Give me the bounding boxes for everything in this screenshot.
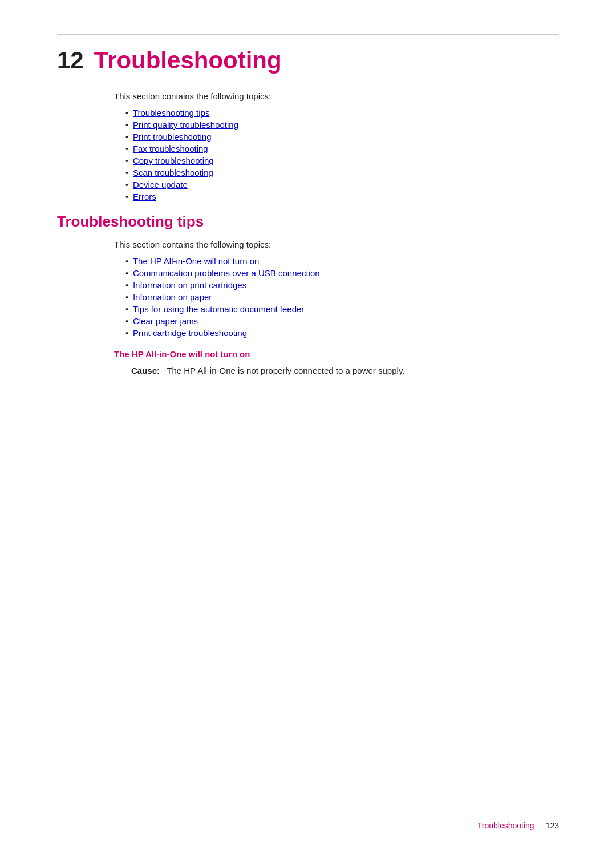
page-container: 12 Troubleshooting This section contains…: [0, 0, 616, 428]
main-topic-link-8[interactable]: Errors: [133, 192, 156, 201]
tips-topic-link-4[interactable]: Information on paper: [133, 292, 212, 302]
main-topics-list: Troubleshooting tips Print quality troub…: [125, 108, 559, 201]
footer: Troubleshooting 123: [477, 821, 559, 830]
tips-topic-link-6[interactable]: Clear paper jams: [133, 316, 198, 326]
list-item: Information on print cartridges: [125, 280, 559, 290]
footer-label: Troubleshooting: [477, 821, 534, 830]
cause-text: Cause: The HP All-in-One is not properly…: [131, 366, 559, 375]
section-troubleshooting-tips-title: Troubleshooting tips: [57, 213, 559, 231]
tips-topic-link-5[interactable]: Tips for using the automatic document fe…: [133, 304, 304, 314]
list-item: Scan troubleshooting: [125, 168, 559, 177]
cause-description: The HP All-in-One is not properly connec…: [167, 366, 404, 375]
list-item: The HP All-in-One will not turn on: [125, 256, 559, 266]
tips-topic-link-1[interactable]: The HP All-in-One will not turn on: [133, 256, 260, 266]
list-item: Device update: [125, 180, 559, 189]
chapter-title: 12 Troubleshooting: [57, 47, 559, 74]
tips-topics-list: The HP All-in-One will not turn on Commu…: [125, 256, 559, 338]
tips-topic-link-2[interactable]: Communication problems over a USB connec…: [133, 268, 320, 278]
main-topic-link-1[interactable]: Troubleshooting tips: [133, 108, 210, 118]
chapter-number: 12: [57, 47, 84, 74]
list-item: Print troubleshooting: [125, 132, 559, 142]
list-item: Communication problems over a USB connec…: [125, 268, 559, 278]
tips-topic-link-3[interactable]: Information on print cartridges: [133, 280, 246, 290]
cause-label: Cause:: [131, 366, 160, 375]
list-item: Troubleshooting tips: [125, 108, 559, 118]
main-topic-link-5[interactable]: Copy troubleshooting: [133, 156, 214, 165]
main-topic-link-3[interactable]: Print troubleshooting: [133, 132, 212, 142]
list-item: Print quality troubleshooting: [125, 120, 559, 130]
footer-page: 123: [546, 821, 559, 830]
subsection-title: The HP All-in-One will not turn on: [114, 349, 559, 359]
main-topic-link-7[interactable]: Device update: [133, 180, 188, 189]
list-item: Print cartridge troubleshooting: [125, 328, 559, 338]
tips-topic-link-7[interactable]: Print cartridge troubleshooting: [133, 328, 247, 338]
list-item: Copy troubleshooting: [125, 156, 559, 165]
main-topic-link-6[interactable]: Scan troubleshooting: [133, 168, 213, 177]
list-item: Tips for using the automatic document fe…: [125, 304, 559, 314]
main-intro-text: This section contains the following topi…: [114, 91, 559, 101]
list-item: Fax troubleshooting: [125, 144, 559, 153]
main-topic-link-2[interactable]: Print quality troubleshooting: [133, 120, 238, 130]
list-item: Clear paper jams: [125, 316, 559, 326]
main-topic-link-4[interactable]: Fax troubleshooting: [133, 144, 208, 153]
list-item: Errors: [125, 192, 559, 201]
top-rule: [57, 34, 559, 35]
chapter-name: Troubleshooting: [94, 47, 282, 74]
tips-intro-text: This section contains the following topi…: [114, 240, 559, 249]
list-item: Information on paper: [125, 292, 559, 302]
